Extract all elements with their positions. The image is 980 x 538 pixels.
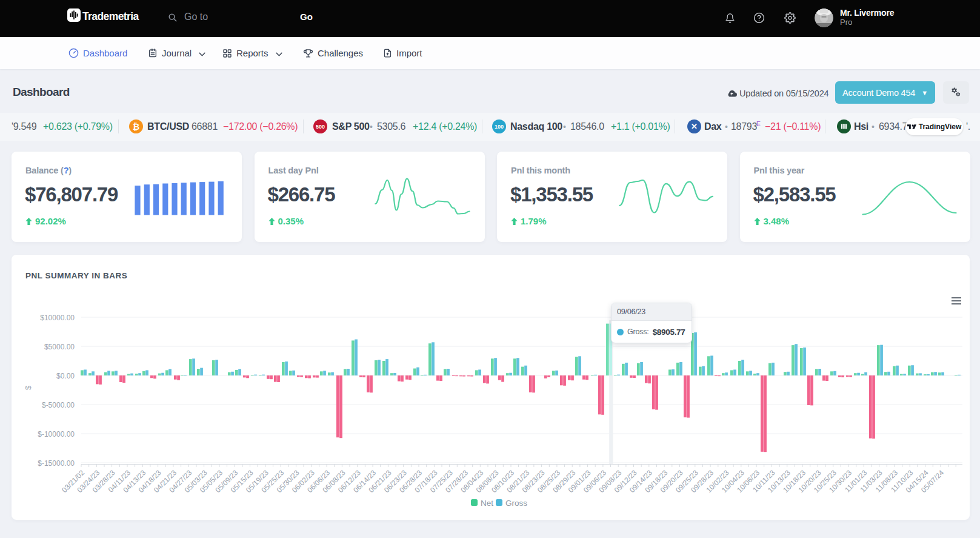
svg-text:$0.00: $0.00 (56, 372, 75, 380)
svg-text:$-10000.00: $-10000.00 (38, 430, 75, 439)
svg-text:Gross: Gross (505, 499, 527, 508)
svg-text:$10000.00: $10000.00 (40, 314, 75, 322)
svg-text:Net: Net (481, 499, 493, 508)
svg-text:$5000.00: $5000.00 (44, 343, 75, 351)
svg-text:$-15000.00: $-15000.00 (38, 459, 75, 468)
svg-text:$-5000.00: $-5000.00 (42, 401, 75, 409)
